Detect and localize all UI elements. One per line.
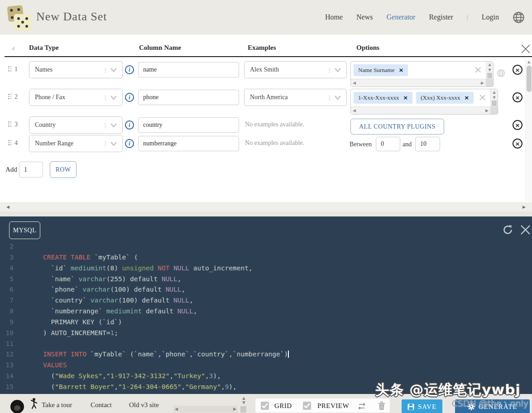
page-title: New Data Set bbox=[36, 10, 107, 24]
line-number: 2 bbox=[0, 243, 14, 254]
line-number: 13 bbox=[0, 361, 14, 372]
row-number: 4 bbox=[14, 139, 18, 147]
example-value: Alex Smith bbox=[250, 66, 327, 73]
contact-link[interactable]: Contact bbox=[91, 401, 112, 409]
save-button[interactable]: SAVE bbox=[402, 399, 442, 413]
grid-vertical-scrollbar[interactable]: ▲ bbox=[525, 59, 532, 202]
delete-row-icon[interactable]: × bbox=[513, 120, 522, 130]
option-tag-label: 1-Xxx-Xxx-xxxx bbox=[358, 94, 399, 101]
example-select[interactable]: Alex Smith| bbox=[244, 61, 347, 78]
multiselect-vscrollbar[interactable]: ▲▼ bbox=[486, 62, 493, 79]
scroll-left-icon[interactable]: ◀ bbox=[353, 81, 356, 85]
column-name-input[interactable] bbox=[138, 136, 239, 151]
mysql-tab[interactable]: MYSQL bbox=[9, 221, 40, 239]
clear-trash-icon[interactable] bbox=[378, 401, 385, 410]
row-drag-handle[interactable] bbox=[8, 66, 12, 72]
select-divider: | bbox=[105, 66, 106, 74]
example-select[interactable]: North America| bbox=[244, 89, 347, 106]
watermark-toutiao: 头条 @运维笔记ywbj bbox=[375, 380, 521, 399]
row-drag-handle[interactable] bbox=[8, 121, 12, 128]
take-a-tour-link[interactable]: Take a tour bbox=[42, 401, 72, 409]
data-type-value: Country bbox=[35, 121, 103, 129]
options-multiselect[interactable]: Name Surname××▲▼◀▶ bbox=[350, 61, 494, 87]
scroll-down-icon[interactable]: ▼ bbox=[486, 68, 493, 72]
info-icon[interactable]: i bbox=[125, 120, 134, 130]
panel-close-icon[interactable] bbox=[519, 224, 532, 236]
nav-link-register[interactable]: Register bbox=[429, 13, 453, 21]
grid-close-icon[interactable] bbox=[520, 43, 531, 54]
row-drag-handle[interactable] bbox=[8, 94, 12, 100]
resize-spinner[interactable]: ▲▼ bbox=[240, 396, 247, 413]
line-number: 6 bbox=[0, 286, 14, 297]
nav-link-news[interactable]: News bbox=[356, 13, 373, 21]
scroll-left-icon[interactable]: ◀ bbox=[353, 108, 356, 113]
scroll-up-icon[interactable]: ▲ bbox=[491, 90, 498, 94]
footer-scrollbar[interactable]: ◀ ▶ bbox=[173, 406, 238, 413]
code-line: 4 `id` mediumint(8) unsigned NOT NULL au… bbox=[0, 264, 532, 275]
country-globe-icon[interactable] bbox=[497, 69, 505, 79]
login-link[interactable]: Login bbox=[482, 13, 499, 21]
scroll-thumb[interactable] bbox=[527, 66, 532, 92]
col-head-column-name: Column Name bbox=[139, 44, 181, 52]
scroll-right-icon[interactable]: ▶ bbox=[233, 407, 236, 411]
scroll-down-icon[interactable]: ▼ bbox=[491, 96, 498, 100]
nav-link-home[interactable]: Home bbox=[325, 13, 343, 21]
preview-checkbox[interactable] bbox=[303, 402, 311, 410]
multiselect-hscrollbar[interactable]: ◀▶ bbox=[351, 79, 486, 86]
delete-row-icon[interactable]: × bbox=[513, 139, 522, 149]
info-icon[interactable]: i bbox=[125, 65, 134, 74]
delete-row-icon[interactable]: × bbox=[513, 92, 522, 102]
row-drag-handle[interactable] bbox=[8, 140, 12, 146]
scroll-right-icon[interactable]: ▶ bbox=[481, 81, 484, 85]
scroll-up-icon[interactable]: ▲ bbox=[526, 60, 532, 64]
column-name-input[interactable] bbox=[138, 117, 239, 133]
refresh-icon[interactable] bbox=[502, 224, 514, 236]
swap-layout-icon[interactable] bbox=[357, 403, 367, 410]
no-examples-text: No examples available. bbox=[245, 121, 304, 128]
all-country-plugins-button[interactable]: ALL COUNTRY PLUGINS bbox=[350, 119, 444, 134]
scroll-left-icon[interactable]: ◀ bbox=[6, 205, 10, 209]
clear-selection-icon[interactable]: × bbox=[474, 65, 482, 74]
data-type-select[interactable]: Names| bbox=[29, 61, 123, 78]
add-row-button[interactable]: ROW bbox=[50, 161, 77, 178]
scroll-thumb[interactable] bbox=[492, 101, 497, 106]
scroll-thumb[interactable] bbox=[487, 73, 492, 78]
line-number: 15 bbox=[0, 383, 14, 394]
scroll-right-icon[interactable]: ▶ bbox=[485, 108, 489, 113]
tag-remove-icon[interactable]: × bbox=[399, 68, 404, 72]
watermark-csdn: CSDN @the丶only bbox=[451, 398, 528, 410]
code-text: `country` varchar(100) default NULL, bbox=[43, 297, 193, 307]
column-name-input[interactable] bbox=[138, 90, 239, 105]
scroll-thumb[interactable] bbox=[240, 406, 246, 413]
data-type-select[interactable]: Number Range| bbox=[29, 135, 123, 152]
info-icon[interactable]: i bbox=[125, 93, 134, 102]
tag-remove-icon[interactable]: × bbox=[464, 96, 469, 100]
nav-link-generator[interactable]: Generator bbox=[386, 13, 415, 21]
options-multiselect[interactable]: 1-Xxx-Xxx-xxxx×(Xxx) Xxx-xxxx××▲▼◀▶ bbox=[350, 89, 498, 115]
old-site-link[interactable]: Old v3 site bbox=[129, 401, 159, 409]
language-globe-icon[interactable] bbox=[513, 11, 525, 24]
scroll-up-icon[interactable]: ▲ bbox=[486, 62, 493, 67]
delete-row-icon[interactable]: × bbox=[513, 65, 522, 75]
data-type-select[interactable]: Country| bbox=[29, 116, 123, 134]
multiselect-hscrollbar[interactable]: ◀▶ bbox=[351, 106, 490, 114]
code-text: `name` varchar(255) default NULL, bbox=[43, 275, 182, 286]
scroll-left-icon[interactable]: ◀ bbox=[175, 407, 178, 411]
data-type-select[interactable]: Phone / Fax| bbox=[29, 89, 123, 106]
add-count-input[interactable] bbox=[19, 162, 43, 178]
background-strip bbox=[0, 211, 532, 216]
info-icon[interactable]: i bbox=[125, 139, 134, 148]
clear-selection-icon[interactable]: × bbox=[479, 93, 487, 102]
dice-logo-icon[interactable] bbox=[6, 4, 32, 31]
column-name-input[interactable] bbox=[138, 62, 239, 77]
grid-horizontal-scrollbar[interactable]: ◀ ▶ bbox=[0, 202, 532, 211]
github-icon[interactable] bbox=[10, 399, 25, 413]
row-number: 2 bbox=[14, 93, 18, 101]
range-max-input[interactable] bbox=[415, 137, 440, 151]
multiselect-vscrollbar[interactable]: ▲▼ bbox=[490, 89, 498, 106]
scroll-right-icon[interactable]: ▶ bbox=[522, 205, 526, 209]
sql-code-editor[interactable]: 23CREATE TABLE `myTable` (4 `id` mediumi… bbox=[0, 243, 532, 394]
tag-remove-icon[interactable]: × bbox=[403, 96, 408, 100]
range-min-input[interactable] bbox=[376, 137, 400, 151]
grid-checkbox[interactable] bbox=[261, 402, 269, 410]
